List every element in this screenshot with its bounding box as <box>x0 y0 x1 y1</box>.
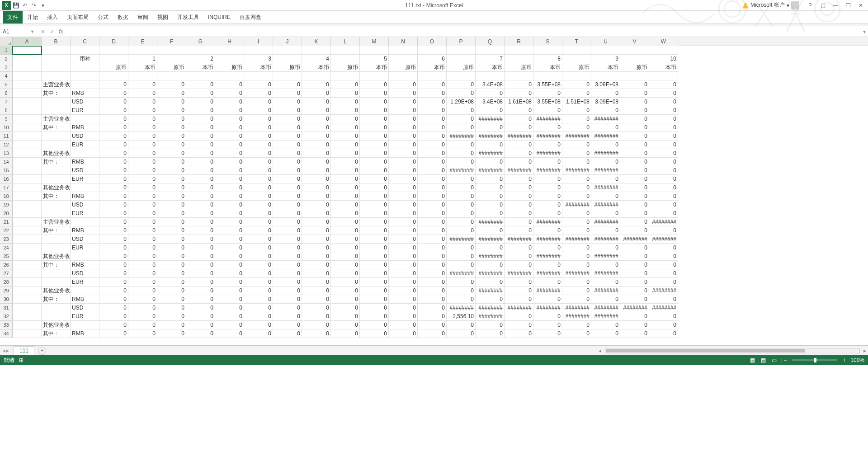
column-header-W[interactable]: W <box>649 37 678 46</box>
cell-S12[interactable]: 0 <box>533 141 562 149</box>
cell-B23[interactable] <box>42 235 71 244</box>
cell-G12[interactable]: 0 <box>186 141 215 149</box>
cell-N15[interactable]: 0 <box>389 166 418 175</box>
cell-U17[interactable]: ######## <box>591 183 620 192</box>
cell-C28[interactable]: EUR <box>71 278 99 287</box>
cell-E18[interactable]: 0 <box>128 192 157 201</box>
cell-I5[interactable]: 0 <box>244 80 273 89</box>
cell-Q33[interactable]: 0 <box>476 321 505 329</box>
cell-W19[interactable]: 0 <box>649 201 678 209</box>
cell-L25[interactable]: 0 <box>331 252 360 261</box>
cell-G23[interactable]: 0 <box>186 235 215 244</box>
cell-C3[interactable] <box>71 63 99 72</box>
cell-C30[interactable]: RMB <box>71 295 99 304</box>
cell-R10[interactable]: 0 <box>505 123 533 132</box>
cell-V3[interactable]: 原币 <box>620 63 649 72</box>
cell-K21[interactable]: 0 <box>302 218 331 226</box>
cell-I32[interactable]: 0 <box>244 312 273 321</box>
horizontal-scrollbar[interactable] <box>605 348 860 353</box>
cell-L31[interactable]: 0 <box>331 304 360 312</box>
cell-O29[interactable]: 0 <box>418 287 447 295</box>
cell-M6[interactable]: 0 <box>360 89 389 98</box>
cell-O15[interactable]: 0 <box>418 166 447 175</box>
cell-P9[interactable]: 0 <box>447 115 476 123</box>
cell-P15[interactable]: ######## <box>447 166 476 175</box>
cell-W31[interactable]: ######## <box>649 304 678 312</box>
cell-C4[interactable] <box>71 72 99 80</box>
cell-T19[interactable]: ######## <box>562 201 591 209</box>
cell-S30[interactable]: 0 <box>533 295 562 304</box>
cell-V29[interactable]: 0 <box>620 287 649 295</box>
cell-C17[interactable] <box>71 183 99 192</box>
cell-A9[interactable] <box>13 115 42 123</box>
row-header-18[interactable]: 18 <box>0 192 13 201</box>
cell-F21[interactable]: 0 <box>157 218 186 226</box>
cell-S19[interactable]: 0 <box>533 201 562 209</box>
cell-G8[interactable]: 0 <box>186 106 215 115</box>
cell-O31[interactable]: 0 <box>418 304 447 312</box>
cell-U1[interactable] <box>591 46 620 55</box>
cell-H23[interactable]: 0 <box>215 235 244 244</box>
cell-N12[interactable]: 0 <box>389 141 418 149</box>
cell-Q12[interactable]: 0 <box>476 141 505 149</box>
cell-E10[interactable]: 0 <box>128 123 157 132</box>
cell-B25[interactable]: 其他业务收入-废品 <box>42 252 71 261</box>
cell-F12[interactable]: 0 <box>157 141 186 149</box>
cell-H25[interactable]: 0 <box>215 252 244 261</box>
cell-J16[interactable]: 0 <box>273 175 302 183</box>
cell-C34[interactable]: RMB <box>71 329 99 338</box>
cell-H11[interactable]: 0 <box>215 132 244 141</box>
column-header-E[interactable]: E <box>128 37 157 46</box>
cell-S24[interactable]: 0 <box>533 244 562 252</box>
cell-T21[interactable]: 0 <box>562 218 591 226</box>
cell-F3[interactable]: 原币 <box>157 63 186 72</box>
cell-I4[interactable] <box>244 72 273 80</box>
cell-U33[interactable]: 0 <box>591 321 620 329</box>
cell-P12[interactable]: 0 <box>447 141 476 149</box>
cell-F32[interactable]: 0 <box>157 312 186 321</box>
cell-W2[interactable]: 10 <box>649 55 678 63</box>
cell-F20[interactable]: 0 <box>157 209 186 218</box>
cell-C24[interactable]: EUR <box>71 244 99 252</box>
cell-G15[interactable]: 0 <box>186 166 215 175</box>
cell-E25[interactable]: 0 <box>128 252 157 261</box>
cell-T26[interactable]: 0 <box>562 261 591 269</box>
cell-L17[interactable]: 0 <box>331 183 360 192</box>
cell-I24[interactable]: 0 <box>244 244 273 252</box>
cell-M31[interactable]: 0 <box>360 304 389 312</box>
cell-G30[interactable]: 0 <box>186 295 215 304</box>
cell-A34[interactable] <box>13 329 42 338</box>
cell-R25[interactable]: 0 <box>505 252 533 261</box>
cell-P6[interactable]: 0 <box>447 89 476 98</box>
cell-U8[interactable]: 0 <box>591 106 620 115</box>
cell-O3[interactable]: 本币 <box>418 63 447 72</box>
cell-K25[interactable]: 0 <box>302 252 331 261</box>
normal-view-icon[interactable]: ▦ <box>748 357 757 364</box>
cell-B34[interactable]: 其中： <box>42 329 71 338</box>
cell-E24[interactable]: 0 <box>128 244 157 252</box>
cell-L23[interactable]: 0 <box>331 235 360 244</box>
ribbon-tab-5[interactable]: 数据 <box>113 11 133 23</box>
cell-D2[interactable] <box>99 55 128 63</box>
cell-R1[interactable] <box>505 46 533 55</box>
cell-V22[interactable]: 0 <box>620 226 649 235</box>
cell-N26[interactable]: 0 <box>389 261 418 269</box>
cell-W27[interactable]: 0 <box>649 269 678 278</box>
cell-C19[interactable]: USD <box>71 201 99 209</box>
cell-Q25[interactable]: ######## <box>476 252 505 261</box>
cell-K2[interactable]: 4 <box>302 55 331 63</box>
column-header-U[interactable]: U <box>591 37 620 46</box>
cell-W32[interactable]: 0 <box>649 312 678 321</box>
cell-B6[interactable]: 其中： <box>42 89 71 98</box>
cell-B26[interactable]: 其中： <box>42 261 71 269</box>
column-header-B[interactable]: B <box>42 37 71 46</box>
cell-B18[interactable]: 其中： <box>42 192 71 201</box>
cell-V1[interactable] <box>620 46 649 55</box>
cell-O13[interactable]: 0 <box>418 149 447 158</box>
cell-N20[interactable]: 0 <box>389 209 418 218</box>
cell-J6[interactable]: 0 <box>273 89 302 98</box>
cell-M11[interactable]: 0 <box>360 132 389 141</box>
cell-Q28[interactable]: 0 <box>476 278 505 287</box>
row-header-6[interactable]: 6 <box>0 89 13 98</box>
column-header-G[interactable]: G <box>186 37 215 46</box>
